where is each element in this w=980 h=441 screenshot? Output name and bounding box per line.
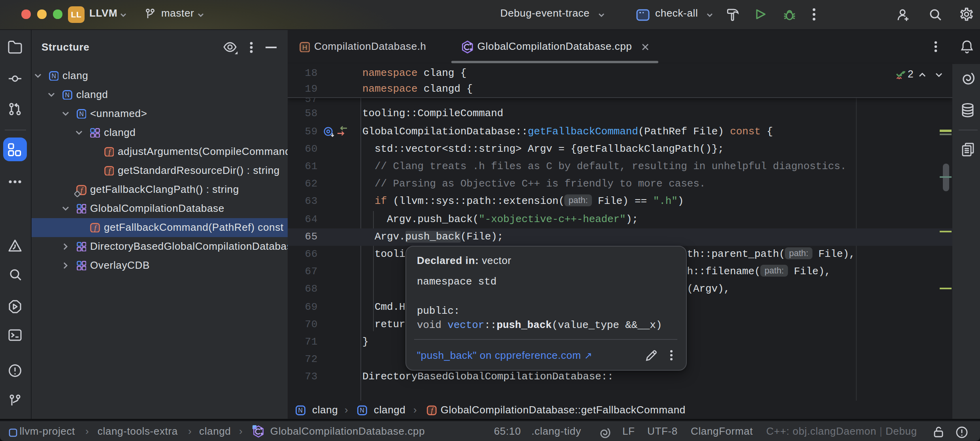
svg-text:N: N: [51, 72, 56, 79]
svg-text:N: N: [360, 407, 365, 414]
svg-text:N: N: [79, 110, 84, 117]
svg-text:N: N: [298, 407, 303, 414]
svg-text:H: H: [302, 43, 307, 51]
svg-text:N: N: [65, 91, 70, 98]
